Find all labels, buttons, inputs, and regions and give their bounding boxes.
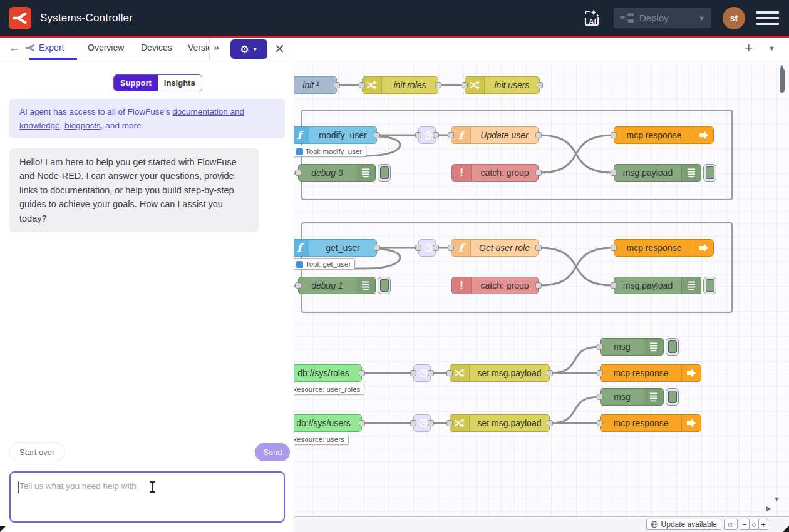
node-setp5[interactable]: set msg.payload bbox=[450, 414, 550, 432]
tab-versions[interactable]: Versions bbox=[188, 43, 209, 53]
expand-tabs-button[interactable]: » bbox=[214, 42, 219, 53]
add-flow-button[interactable]: + bbox=[745, 40, 753, 56]
debug-toggle-button[interactable] bbox=[666, 388, 679, 406]
debug-toggle-button[interactable] bbox=[703, 277, 716, 294]
node-label: debug 3 bbox=[299, 165, 356, 181]
node-label: catch: group bbox=[472, 165, 538, 181]
send-button[interactable]: Send bbox=[255, 443, 290, 461]
node-catch2[interactable]: !catch: group bbox=[451, 164, 539, 182]
ai-assistant-button[interactable]: AI bbox=[580, 7, 602, 29]
navigator-button[interactable] bbox=[724, 519, 738, 530]
debug-toggle-button[interactable] bbox=[703, 164, 716, 182]
zoom-in-button[interactable]: + bbox=[758, 519, 768, 530]
node-get_role[interactable]: fGet user role bbox=[451, 239, 539, 257]
zoom-reset-button[interactable]: ○ bbox=[749, 519, 759, 530]
main-menu-button[interactable] bbox=[756, 11, 779, 25]
tab-overview[interactable]: Overview bbox=[88, 43, 124, 53]
node-setp4[interactable]: set msg.payload bbox=[450, 364, 550, 382]
list-icon bbox=[681, 277, 701, 294]
toggle-insights[interactable]: Insights bbox=[158, 75, 202, 91]
tab-expert-label: Expert bbox=[39, 43, 64, 53]
debug-toggle-button[interactable] bbox=[378, 164, 391, 182]
deploy-button[interactable]: Deploy ▼ bbox=[614, 8, 711, 28]
scroll-right-arrow[interactable]: ▶ bbox=[766, 504, 771, 513]
node-msg5[interactable]: msg bbox=[600, 388, 664, 406]
node-debug1[interactable]: debug 1 bbox=[298, 277, 376, 294]
ai-assistant-panel: ← Expert Overview Devices Versions » ⚙ ▼… bbox=[0, 38, 294, 532]
node-msg4[interactable]: msg bbox=[600, 338, 664, 356]
node-catch3[interactable]: !catch: group bbox=[451, 277, 539, 294]
node-mcp4[interactable]: mcp response bbox=[600, 364, 701, 382]
toggle-support[interactable]: Support bbox=[114, 75, 158, 91]
scroll-down-arrow[interactable]: ▼ bbox=[773, 495, 780, 503]
zoom-out-button[interactable]: − bbox=[740, 519, 750, 530]
node-init_roles[interactable]: init roles bbox=[362, 76, 438, 94]
node-label: mcp response bbox=[614, 240, 694, 256]
tab-expert[interactable]: Expert bbox=[25, 43, 64, 53]
update-available-button[interactable]: Update available bbox=[646, 519, 721, 530]
node-update_user[interactable]: fUpdate user bbox=[451, 126, 539, 144]
tabbar-divider bbox=[209, 38, 210, 60]
node-label: db://sys/roles bbox=[286, 365, 361, 381]
deploy-caret-icon[interactable]: ▼ bbox=[698, 14, 705, 22]
node-label: set msg.payload bbox=[470, 415, 549, 431]
list-icon bbox=[644, 389, 663, 405]
node-port bbox=[415, 132, 421, 138]
node-label: mcp response bbox=[601, 365, 681, 381]
node-badge: Resource: users bbox=[287, 434, 349, 445]
arrow-icon bbox=[681, 365, 701, 381]
node-label: msg.payload bbox=[614, 165, 681, 181]
assistant-settings-button[interactable]: ⚙ ▼ bbox=[230, 39, 267, 59]
close-panel-button[interactable]: ✕ bbox=[274, 41, 285, 56]
resize-corner[interactable] bbox=[783, 526, 789, 532]
node-port bbox=[410, 370, 416, 376]
back-button[interactable]: ← bbox=[9, 41, 20, 54]
node-label: debug 1 bbox=[299, 277, 356, 294]
node-port bbox=[597, 344, 603, 350]
node-port bbox=[462, 82, 468, 88]
arrow-icon bbox=[681, 415, 701, 431]
node-port bbox=[435, 82, 441, 88]
node-port bbox=[597, 370, 603, 376]
chat-input[interactable] bbox=[9, 471, 285, 523]
node-msgpayload3[interactable]: msg.payload bbox=[614, 277, 701, 294]
node-mcp3[interactable]: mcp response bbox=[614, 239, 714, 257]
node-get_user[interactable]: fget_user bbox=[289, 239, 377, 257]
node-label: mcp response bbox=[601, 415, 681, 431]
user-avatar[interactable]: st bbox=[723, 7, 745, 29]
node-port bbox=[535, 132, 542, 138]
node-db_roles[interactable]: db://sys/roles bbox=[285, 364, 362, 382]
update-icon bbox=[651, 521, 658, 528]
function-icon: f bbox=[451, 240, 471, 256]
start-over-button[interactable]: Start over bbox=[9, 442, 65, 461]
node-modify_user[interactable]: fmodify_user bbox=[289, 126, 377, 144]
debug-toggle-button[interactable] bbox=[666, 338, 679, 356]
node-badge: Resource: user_roles bbox=[287, 384, 364, 395]
tab-devices[interactable]: Devices bbox=[141, 43, 172, 53]
map-icon bbox=[728, 521, 733, 528]
list-icon bbox=[356, 277, 375, 294]
node-port bbox=[535, 282, 542, 289]
node-init_users[interactable]: init users bbox=[465, 76, 540, 94]
flow-list-caret-icon[interactable]: ▼ bbox=[768, 44, 775, 52]
node-debug3[interactable]: debug 3 bbox=[298, 164, 376, 182]
node-db_users[interactable]: db://sys/users bbox=[285, 414, 362, 432]
debug-toggle-button[interactable] bbox=[378, 277, 391, 294]
wire bbox=[539, 135, 614, 173]
node-label: mcp response bbox=[614, 127, 694, 143]
update-label: Update available bbox=[661, 520, 717, 529]
deploy-label: Deploy bbox=[639, 13, 669, 23]
node-badge: Tool: get_user bbox=[292, 258, 355, 270]
shuffle-icon bbox=[450, 365, 470, 381]
blogposts-link[interactable]: blogposts bbox=[64, 121, 101, 130]
node-mcp2[interactable]: mcp response bbox=[614, 126, 714, 144]
list-icon bbox=[681, 165, 701, 181]
accent-divider bbox=[0, 36, 789, 38]
node-port bbox=[611, 245, 617, 251]
node-label: init roles bbox=[382, 77, 438, 93]
node-msgpayload2[interactable]: msg.payload bbox=[614, 164, 701, 182]
node-mcp5[interactable]: mcp response bbox=[600, 414, 701, 432]
excl-icon: ! bbox=[452, 165, 472, 181]
vertical-scrollbar-thumb[interactable] bbox=[780, 69, 785, 93]
arrow-icon bbox=[694, 240, 713, 256]
